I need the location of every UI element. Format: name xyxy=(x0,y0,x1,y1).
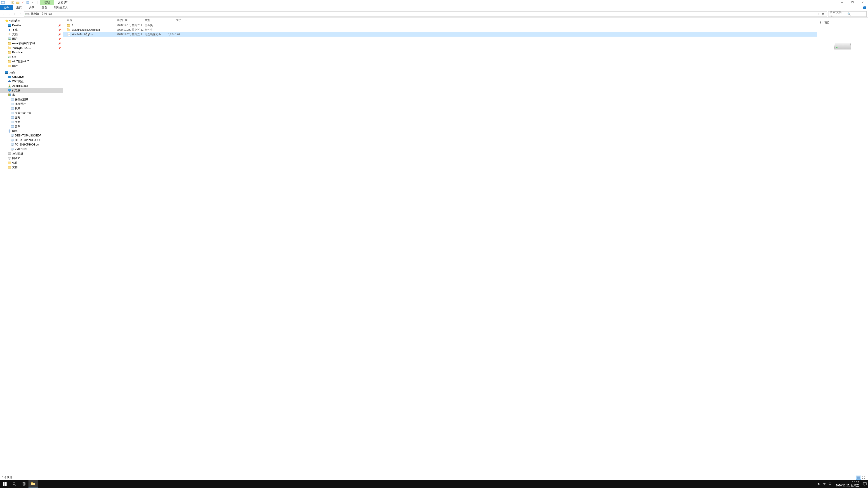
folder-icon xyxy=(8,41,11,45)
ribbon-tab-view[interactable]: 查看 xyxy=(38,5,51,10)
tree-item[interactable]: 此电脑 xyxy=(0,88,63,93)
svg-rect-33 xyxy=(11,98,14,101)
taskview-button[interactable] xyxy=(19,480,29,488)
tree-item[interactable]: 图片 xyxy=(0,115,63,120)
tree-item[interactable]: 库 xyxy=(0,93,63,97)
breadcrumb-pc[interactable]: 此电脑 xyxy=(30,12,39,16)
tree-control-panel[interactable]: 控制面板 xyxy=(0,151,63,156)
tree-item[interactable]: excel表格制作求和 📌 xyxy=(0,41,63,46)
col-name[interactable]: 名称 ˄ xyxy=(67,18,117,22)
chevron-right-icon[interactable]: › xyxy=(39,13,41,15)
taskbar-explorer[interactable] xyxy=(29,480,38,488)
maximize-button[interactable]: ☐ xyxy=(847,0,858,5)
help-icon[interactable]: ? xyxy=(863,6,866,9)
qat-newfolder-icon[interactable] xyxy=(16,0,20,5)
taskbar-clock[interactable]: 16:32 2020/12/25, 星期五 xyxy=(834,481,860,487)
tree-item[interactable]: DESKTOP-LSSOEDP xyxy=(0,133,63,138)
tree-item[interactable]: 图片 xyxy=(0,64,63,68)
breadcrumb-location[interactable]: 文档 (E:) xyxy=(41,12,53,16)
refresh-icon[interactable]: ⟳ xyxy=(821,12,826,15)
tray-volume-icon[interactable] xyxy=(817,482,820,486)
file-list[interactable]: 名称 ˄ 修改日期 类型 大小 1 2020/12/15, 星期二 1... 文… xyxy=(63,18,817,475)
nav-forward-button[interactable]: → xyxy=(7,11,12,17)
search-input[interactable]: 搜索"文档 (E:)" 🔍 xyxy=(828,11,867,17)
ribbon-expand-icon[interactable]: ⌄ xyxy=(859,6,861,9)
tree-recycle-bin[interactable]: 回收站 xyxy=(0,156,63,160)
svg-rect-51 xyxy=(10,153,11,153)
taskbar[interactable]: ˄ 中 16:32 2020/12/25, 星期五 xyxy=(0,480,868,488)
tree-item[interactable]: 下载 📌 xyxy=(0,28,63,32)
tree-item[interactable]: Bandicam xyxy=(0,50,63,55)
tree-item[interactable]: 天翼云盘下载 xyxy=(0,111,63,115)
tree-quick-access[interactable]: ⭐ 快速访问 xyxy=(0,19,63,23)
tree-desktop[interactable]: 桌面 xyxy=(0,70,63,74)
tree-item[interactable]: PC-20190530OBLA xyxy=(0,142,63,147)
network-pc-icon xyxy=(10,147,14,151)
tree-item[interactable]: ZMT2019 xyxy=(0,147,63,151)
svg-point-5 xyxy=(26,14,26,15)
tree-item[interactable]: Desktop 📌 xyxy=(0,23,63,28)
view-icons-button[interactable] xyxy=(861,476,866,480)
tree-files[interactable]: 文件 xyxy=(0,165,63,169)
tree-item[interactable]: DESKTOP-NJEU3CG xyxy=(0,138,63,142)
chevron-right-icon[interactable]: › xyxy=(53,13,54,15)
ribbon-tab-share[interactable]: 共享 xyxy=(25,5,38,10)
nav-back-button[interactable]: ← xyxy=(1,11,6,17)
svg-rect-74 xyxy=(23,482,24,486)
svg-rect-32 xyxy=(10,94,11,96)
library-item-icon xyxy=(10,125,14,128)
tree-network[interactable]: 网络 xyxy=(0,129,63,133)
tree-item[interactable]: 视频 xyxy=(0,106,63,111)
title-bar: | ✕ ▾ | 管理 文档 (E:) ― ☐ ✕ xyxy=(0,0,868,5)
tree-item[interactable]: 文档 xyxy=(0,120,63,124)
ribbon-tab-drivetools[interactable]: 驱动器工具 xyxy=(51,5,71,10)
tree-item[interactable]: G:\ xyxy=(0,55,63,59)
qat-customize-icon[interactable]: ▾ xyxy=(30,0,35,5)
view-details-button[interactable] xyxy=(856,476,861,480)
tree-item[interactable]: 文档 📌 xyxy=(0,32,63,37)
qat-rename-icon[interactable] xyxy=(25,0,30,5)
tree-item[interactable]: 保存的图片 xyxy=(0,97,63,102)
nav-up-button[interactable]: ↑ xyxy=(18,11,23,17)
start-button[interactable] xyxy=(0,480,9,488)
svg-rect-55 xyxy=(67,24,68,25)
tree-item[interactable]: Administrator xyxy=(0,84,63,88)
address-bar[interactable]: › 此电脑 › 文档 (E:) › ▾ ⟳ xyxy=(24,11,827,17)
svg-point-20 xyxy=(8,57,8,58)
search-icon[interactable]: 🔍 xyxy=(847,12,865,15)
tree-item[interactable]: 音乐 xyxy=(0,124,63,129)
address-dropdown-icon[interactable]: ▾ xyxy=(817,13,821,15)
tray-ime-icon[interactable]: 中 xyxy=(823,482,826,486)
tray-network-icon[interactable] xyxy=(829,482,832,486)
search-button[interactable] xyxy=(9,480,19,488)
qat-app-icon[interactable] xyxy=(0,0,5,5)
tree-item[interactable]: 图片 📌 xyxy=(0,37,63,41)
close-button[interactable]: ✕ xyxy=(858,0,868,5)
tree-item[interactable]: OneDrive xyxy=(0,74,63,79)
file-row[interactable]: Win7x64_2020.iso 2020/12/25, 星期五 1... 光盘… xyxy=(63,32,817,37)
tree-item[interactable]: WPS网盘 xyxy=(0,79,63,84)
file-row[interactable]: 1 2020/12/15, 星期二 1... 文件夹 xyxy=(63,23,817,28)
contextual-tab-manage[interactable]: 管理 xyxy=(40,0,54,5)
col-type[interactable]: 类型 xyxy=(145,18,168,22)
qat-properties-icon[interactable] xyxy=(10,0,16,5)
qat-delete-icon[interactable]: ✕ xyxy=(20,0,25,5)
tree-software[interactable]: 软件 xyxy=(0,160,63,165)
pin-icon: 📌 xyxy=(58,33,62,36)
action-center-icon[interactable] xyxy=(863,482,867,486)
file-row[interactable]: BaiduNetdiskDownload 2020/12/25, 星期五 1..… xyxy=(63,28,817,32)
system-tray[interactable]: ˄ 中 16:32 2020/12/25, 星期五 xyxy=(813,480,868,488)
navigation-tree[interactable]: ⭐ 快速访问 Desktop 📌 下载 📌 文档 📌 图片 📌 excel表格制… xyxy=(0,18,63,475)
ribbon-tab-file[interactable]: 文件 xyxy=(0,5,13,10)
tree-item[interactable]: YUNQISHI2019 📌 xyxy=(0,46,63,50)
col-size[interactable]: 大小 xyxy=(168,18,181,22)
tray-chevron-icon[interactable]: ˄ xyxy=(813,482,815,486)
tree-item[interactable]: 本机照片 xyxy=(0,102,63,106)
column-headers[interactable]: 名称 ˄ 修改日期 类型 大小 xyxy=(63,18,817,23)
col-date[interactable]: 修改日期 xyxy=(117,18,145,22)
tree-item[interactable]: win7重装win7 xyxy=(0,59,63,64)
nav-history-dropdown[interactable]: ▾ xyxy=(12,11,17,17)
minimize-button[interactable]: ― xyxy=(837,0,847,5)
ribbon-tab-home[interactable]: 主页 xyxy=(13,5,25,10)
chevron-right-icon[interactable]: › xyxy=(29,13,30,15)
